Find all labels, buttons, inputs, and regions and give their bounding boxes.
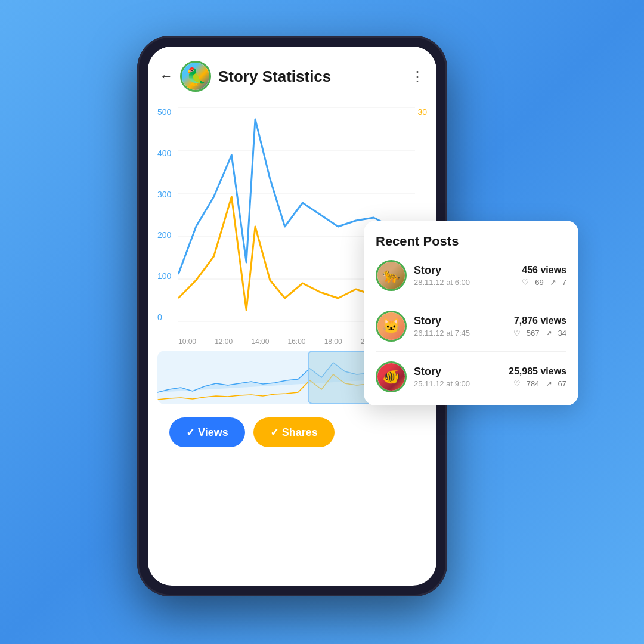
chart-y-axis-left: 500 400 300 200 100 0 [157,107,171,322]
y-label-100: 100 [157,271,171,281]
post-name-3: Story [414,366,509,378]
share-icon: ↗ [550,278,556,287]
page-title: Story Statistics [218,67,410,86]
post-avatar-image-1: 🐆 [377,262,405,289]
y-label-400: 400 [157,148,171,158]
post-stats-2: 7,876 views ♡ 567 ↗ 34 [513,315,566,338]
post-date-3: 25.11.12 at 9:00 [414,379,509,388]
post-date-1: 28.11.12 at 6:00 [414,278,522,287]
post-shares-count-3: 67 [558,379,566,388]
avatar-image: 🦜 [182,63,209,90]
post-avatar-3: 🐠 [376,361,407,392]
x-label-16: 16:00 [287,338,305,346]
post-avatar-1: 🐆 [376,260,407,291]
post-avatar-2: 🐱 [376,311,407,342]
heart-icon: ♡ [522,278,529,287]
filter-buttons: ✓ Views ✓ Shares [157,409,427,459]
shares-filter-button[interactable]: ✓ Shares [253,417,335,447]
post-likes-count-1: 69 [535,278,543,287]
y-label-200: 200 [157,230,171,240]
post-likes-count-2: 567 [527,329,540,338]
list-item[interactable]: 🐠 Story 25.11.12 at 9:00 25,985 views ♡ … [376,361,566,392]
views-filter-button[interactable]: ✓ Views [169,417,245,447]
header: ← 🦜 Story Statistics ⋮ [148,47,436,101]
x-label-14: 14:00 [251,338,269,346]
post-name-2: Story [414,315,513,327]
post-views-1: 456 views [522,265,566,275]
post-name-1: Story [414,264,522,277]
x-label-12: 12:00 [215,338,233,346]
share-icon: ↗ [546,379,552,388]
list-item[interactable]: 🐆 Story 28.11.12 at 6:00 456 views ♡ 69 … [376,260,566,301]
recent-posts-card: Recent Posts 🐆 Story 28.11.12 at 6:00 45… [364,221,578,405]
post-stats-1: 456 views ♡ 69 ↗ 7 [522,265,566,287]
x-label-10: 10:00 [178,338,196,346]
share-icon: ↗ [546,329,552,338]
post-shares-count-1: 7 [562,278,566,287]
post-info-3: Story 25.11.12 at 9:00 [414,366,509,388]
post-engagement-2: ♡ 567 ↗ 34 [513,329,566,338]
back-button[interactable]: ← [160,69,173,84]
post-engagement-3: ♡ 784 ↗ 67 [509,379,566,388]
post-avatar-image-2: 🐱 [377,312,405,340]
post-likes-count-3: 784 [527,379,540,388]
heart-icon: ♡ [513,379,521,388]
post-info-2: Story 26.11.12 at 7:45 [414,315,513,338]
post-shares-count-2: 34 [558,329,566,338]
recent-posts-title: Recent Posts [376,234,566,249]
post-views-3: 25,985 views [509,366,566,377]
list-item[interactable]: 🐱 Story 26.11.12 at 7:45 7,876 views ♡ 5… [376,311,566,352]
profile-avatar: 🦜 [180,61,211,92]
y-label-500: 500 [157,107,171,117]
post-info-1: Story 28.11.12 at 6:00 [414,264,522,287]
x-label-18: 18:00 [324,338,342,346]
y-right-30: 30 [417,107,427,117]
post-engagement-1: ♡ 69 ↗ 7 [522,278,566,287]
phone-container: ← 🦜 Story Statistics ⋮ [137,36,507,608]
post-date-2: 26.11.12 at 7:45 [414,329,513,338]
post-views-2: 7,876 views [513,315,566,326]
more-menu-button[interactable]: ⋮ [410,68,425,85]
y-label-300: 300 [157,190,171,199]
heart-icon: ♡ [513,329,521,338]
post-stats-3: 25,985 views ♡ 784 ↗ 67 [509,366,566,388]
y-label-0: 0 [157,312,171,322]
post-avatar-image-3: 🐠 [377,363,405,391]
